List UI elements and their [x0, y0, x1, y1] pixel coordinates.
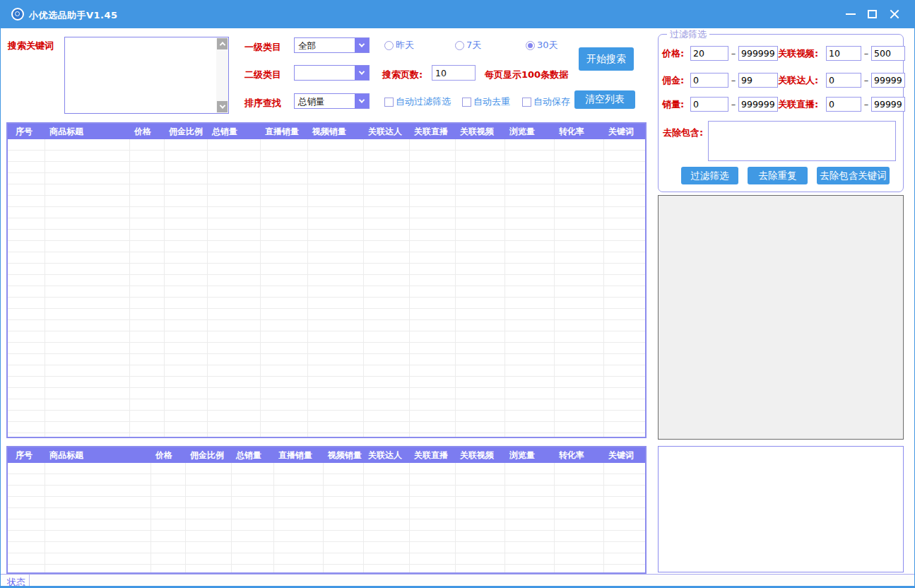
filter-button[interactable]: 过滤筛选: [681, 167, 738, 184]
table-row: [8, 230, 645, 241]
table-cell: [165, 411, 208, 422]
minimize-icon: [846, 13, 856, 15]
table-cell: [555, 218, 604, 230]
filter-commission-min[interactable]: [690, 73, 728, 88]
clear-list-button[interactable]: 清空列表: [574, 90, 635, 109]
table-cell: [324, 519, 364, 531]
scroll-down-icon[interactable]: [217, 101, 228, 112]
exclude-input[interactable]: [708, 121, 896, 161]
table-cell: [555, 519, 604, 531]
table-cell: [165, 162, 208, 173]
table-row: [8, 553, 645, 565]
table-cell: [130, 377, 165, 388]
table-cell: [232, 474, 274, 486]
table-cell: [324, 486, 364, 497]
radio-7days[interactable]: 7天: [455, 39, 481, 52]
table-cell: [130, 264, 165, 275]
filter-related-video-min[interactable]: [826, 46, 861, 61]
filter-related-live-min[interactable]: [826, 97, 861, 112]
table-cell: [130, 365, 165, 377]
table-row: [8, 275, 645, 286]
remove-keywords-button[interactable]: 去除包含关键词: [817, 167, 890, 184]
table-cell: [274, 508, 324, 519]
radio-yesterday[interactable]: 昨天: [384, 39, 414, 52]
table-cell: [555, 252, 604, 264]
filter-related-live-max[interactable]: [871, 97, 905, 112]
table-cell: [604, 173, 645, 184]
table-cell: [45, 531, 151, 542]
filter-sales-min[interactable]: [690, 97, 728, 112]
table-cell: [208, 309, 261, 320]
table-cell: [208, 331, 261, 343]
filter-price-min[interactable]: [690, 46, 728, 61]
filter-commission-max[interactable]: [738, 73, 778, 88]
title-bar[interactable]: 小优选品助手V1.45: [1, 0, 914, 28]
checkbox-auto-filter[interactable]: 自动过滤筛选: [384, 95, 451, 108]
radio-30days[interactable]: 30天: [526, 39, 558, 52]
pages-input[interactable]: [432, 65, 476, 81]
table-body[interactable]: [8, 139, 645, 437]
filter-label-related-talent: 关联达人:: [778, 74, 826, 87]
chevron-down-icon[interactable]: [355, 94, 369, 108]
table-cell: [308, 331, 364, 343]
minimize-button[interactable]: [839, 0, 861, 28]
table-cell: [208, 365, 261, 377]
table-cell: [151, 542, 186, 553]
table-cell: [208, 173, 261, 184]
table-cell: [8, 463, 45, 474]
start-search-button[interactable]: 开始搜索: [579, 47, 634, 71]
table-cell: [364, 463, 410, 474]
table-body[interactable]: [8, 463, 645, 572]
table-cell: [261, 422, 308, 433]
table-cell: [261, 173, 308, 184]
table-cell: [165, 388, 208, 399]
filter-sales-max[interactable]: [738, 97, 778, 112]
close-button[interactable]: [883, 0, 905, 28]
table-cell: [261, 320, 308, 331]
chevron-down-icon[interactable]: [355, 38, 369, 52]
table-cell: [505, 275, 555, 286]
maximize-button[interactable]: [861, 0, 883, 28]
table-cell: [45, 139, 130, 151]
checkbox-auto-save[interactable]: 自动保存: [522, 95, 570, 108]
checkbox-auto-dedupe[interactable]: 自动去重: [462, 95, 510, 108]
category2-select[interactable]: [294, 65, 370, 81]
table-row: [8, 252, 645, 264]
filter-price-max[interactable]: [738, 46, 778, 61]
table-cell: [364, 365, 410, 377]
table-cell: [232, 565, 274, 572]
table-cell: [45, 331, 130, 343]
keyword-label: 搜索关键词: [8, 40, 54, 52]
table-cell: [308, 230, 364, 241]
table-cell: [165, 139, 208, 151]
table-cell: [555, 241, 604, 252]
results-table-bottom[interactable]: 序号商品标题价格佣金比例总销量直播销量视频销量关联达人关联直播关联视频浏览量转化…: [6, 446, 647, 574]
category1-label: 一级类目: [244, 41, 281, 54]
scroll-up-icon[interactable]: [217, 38, 228, 49]
sort-select[interactable]: 总销量: [294, 93, 370, 109]
filter-related-video-max[interactable]: [871, 46, 905, 61]
keyword-input[interactable]: [65, 37, 216, 113]
table-cell: [261, 275, 308, 286]
results-table-top[interactable]: 序号商品标题价格佣金比例总销量直播销量视频销量关联达人关联直播关联视频浏览量转化…: [6, 122, 647, 438]
table-cell: [308, 139, 364, 151]
filter-related-talent-max[interactable]: [871, 73, 905, 88]
table-cell: [555, 275, 604, 286]
chevron-down-icon[interactable]: [355, 66, 369, 80]
table-cell: [324, 497, 364, 508]
table-cell: [8, 207, 45, 218]
table-cell: [261, 399, 308, 411]
table-cell: [604, 486, 645, 497]
table-cell: [261, 207, 308, 218]
table-cell: [456, 486, 505, 497]
table-cell: [604, 377, 645, 388]
category1-select[interactable]: 全部: [294, 37, 370, 53]
filter-related-talent-min[interactable]: [826, 73, 861, 88]
table-row: [8, 264, 645, 275]
table-cell: [364, 411, 410, 422]
table-row: [8, 298, 645, 309]
keyword-scrollbar[interactable]: [216, 37, 228, 113]
remove-duplicates-button[interactable]: 去除重复: [748, 167, 808, 184]
filter-label-sales: 销量:: [662, 98, 690, 111]
table-cell: [555, 411, 604, 422]
